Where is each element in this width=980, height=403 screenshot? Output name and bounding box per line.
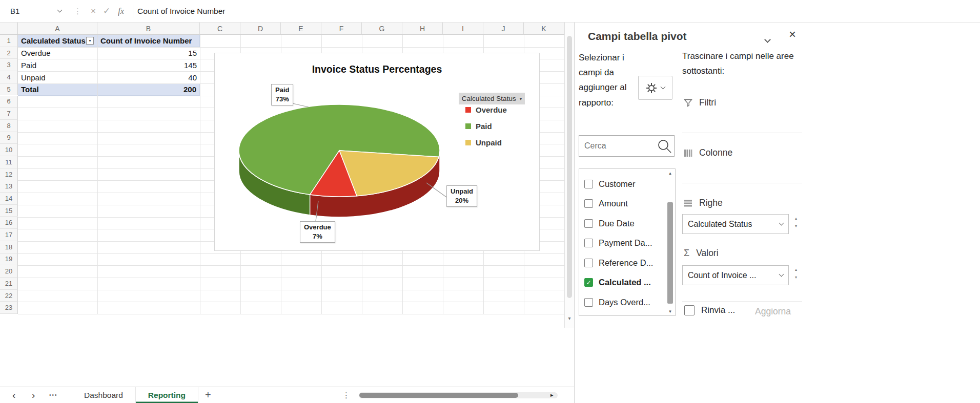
row-header-3[interactable]: 3 bbox=[0, 59, 18, 71]
row-header-11[interactable]: 11 bbox=[0, 156, 18, 168]
legend-item-paid[interactable]: Paid bbox=[465, 122, 492, 130]
row-header-13[interactable]: 13 bbox=[0, 180, 18, 193]
column-header-J[interactable]: J bbox=[483, 23, 524, 35]
column-header-F[interactable]: F bbox=[321, 23, 362, 35]
rows-field-pill[interactable]: Calculated Status bbox=[682, 214, 789, 234]
checkbox[interactable] bbox=[584, 298, 593, 307]
column-header-A[interactable]: A bbox=[18, 23, 97, 35]
new-sheet-button[interactable]: + bbox=[205, 387, 211, 403]
column-header-K[interactable]: K bbox=[524, 23, 564, 35]
column-header-I[interactable]: I bbox=[443, 23, 483, 35]
more-sheets-icon[interactable]: ••• bbox=[49, 387, 58, 403]
column-header-B[interactable]: B bbox=[97, 23, 200, 35]
values-field-pill[interactable]: Count of Invoice ... bbox=[682, 265, 789, 285]
column-header-D[interactable]: D bbox=[240, 23, 281, 35]
columns-drop-area[interactable] bbox=[682, 162, 802, 183]
checkbox[interactable] bbox=[584, 180, 593, 188]
field-list-scrollbar-thumb[interactable] bbox=[667, 202, 673, 304]
search-box[interactable] bbox=[579, 135, 675, 157]
tools-button[interactable] bbox=[638, 76, 672, 100]
checkbox[interactable] bbox=[584, 219, 593, 228]
row-header-8[interactable]: 8 bbox=[0, 120, 18, 132]
search-input[interactable] bbox=[579, 141, 656, 151]
next-sheet-button[interactable]: › bbox=[32, 387, 35, 403]
cell-A5[interactable]: Total bbox=[18, 83, 97, 96]
scroll-up-icon[interactable]: ▴ bbox=[666, 171, 674, 176]
insert-function-icon[interactable]: fx bbox=[113, 7, 129, 16]
row-header-7[interactable]: 7 bbox=[0, 108, 18, 120]
cell-A2[interactable]: Overdue bbox=[18, 47, 97, 59]
enter-icon[interactable]: ✓ bbox=[100, 6, 113, 16]
scroll-down-icon[interactable]: ▾ bbox=[565, 315, 574, 321]
chevron-down-icon[interactable] bbox=[765, 35, 770, 44]
legend-item-unpaid[interactable]: Unpaid bbox=[465, 138, 502, 146]
field-item-customer[interactable]: Customer bbox=[579, 174, 675, 194]
row-header-12[interactable]: 12 bbox=[0, 168, 18, 181]
row-header-10[interactable]: 10 bbox=[0, 144, 18, 156]
row-header-23[interactable]: 23 bbox=[0, 302, 18, 314]
column-header-E[interactable]: E bbox=[281, 23, 321, 35]
cell-B1[interactable]: Count of Invoice Number bbox=[97, 35, 200, 47]
column-header-C[interactable]: C bbox=[200, 23, 240, 35]
column-header-H[interactable]: H bbox=[402, 23, 443, 35]
pie-chart[interactable]: Invoice Status Percentages Paid 73% Unpa… bbox=[214, 53, 540, 251]
row-header-19[interactable]: 19 bbox=[0, 253, 18, 266]
chart-field-filter-button[interactable]: Calculated Status ▾ bbox=[459, 93, 525, 104]
rows-spin-up-icon[interactable]: ▴ bbox=[793, 216, 799, 221]
chevron-down-icon[interactable] bbox=[779, 272, 784, 277]
kebab-icon[interactable]: ⋮ bbox=[342, 387, 350, 403]
cell-B4[interactable]: 40 bbox=[97, 71, 200, 83]
chevron-down-icon[interactable] bbox=[57, 8, 63, 13]
row-header-18[interactable]: 18 bbox=[0, 241, 18, 253]
row-header-22[interactable]: 22 bbox=[0, 290, 18, 302]
row-header-16[interactable]: 16 bbox=[0, 217, 18, 229]
cell-A1[interactable]: Calculated Status▾ bbox=[18, 35, 97, 47]
filters-drop-area[interactable] bbox=[682, 112, 802, 133]
row-header-1[interactable]: 1 bbox=[0, 35, 18, 47]
rows-spin-down-icon[interactable]: ▾ bbox=[793, 224, 799, 228]
row-header-17[interactable]: 17 bbox=[0, 229, 18, 241]
column-header-G[interactable]: G bbox=[362, 23, 402, 35]
checked-checkbox[interactable]: ✓ bbox=[584, 278, 593, 287]
defer-checkbox[interactable] bbox=[684, 305, 695, 315]
legend-item-overdue[interactable]: Overdue bbox=[465, 105, 507, 114]
row-header-14[interactable]: 14 bbox=[0, 193, 18, 205]
cancel-icon[interactable]: × bbox=[87, 6, 100, 16]
vertical-scrollbar-thumb[interactable] bbox=[567, 36, 572, 298]
field-item-calculated[interactable]: ✓Calculated ... bbox=[579, 273, 675, 293]
sheet-tab-dashboard[interactable]: Dashboard bbox=[72, 387, 136, 403]
field-item-reference-d[interactable]: Reference D... bbox=[579, 253, 675, 273]
select-all-corner[interactable] bbox=[0, 23, 18, 35]
cell-B5[interactable]: 200 bbox=[97, 83, 200, 96]
cell-A4[interactable]: Unpaid bbox=[18, 71, 97, 83]
chevron-down-icon[interactable] bbox=[779, 221, 784, 226]
checkbox[interactable] bbox=[584, 259, 593, 267]
autofilter-button[interactable]: ▾ bbox=[86, 37, 94, 45]
search-icon[interactable] bbox=[656, 138, 672, 154]
row-header-15[interactable]: 15 bbox=[0, 205, 18, 217]
row-header-2[interactable]: 2 bbox=[0, 47, 18, 59]
horizontal-scrollbar[interactable] bbox=[359, 392, 558, 398]
row-header-5[interactable]: 5 bbox=[0, 83, 18, 96]
update-button[interactable]: Aggiorna bbox=[755, 306, 791, 317]
scroll-down-icon[interactable]: ▾ bbox=[666, 309, 674, 314]
values-spin-up-icon[interactable]: ▴ bbox=[793, 267, 799, 272]
checkbox[interactable] bbox=[584, 199, 593, 208]
field-item-due-date[interactable]: Due Date bbox=[579, 214, 675, 234]
row-header-9[interactable]: 9 bbox=[0, 132, 18, 144]
sheet-tab-reporting[interactable]: Reporting bbox=[136, 387, 198, 403]
horizontal-scrollbar-thumb[interactable] bbox=[359, 393, 518, 398]
formula-input[interactable]: Count of Invoice Number bbox=[137, 7, 225, 16]
row-header-6[interactable]: 6 bbox=[0, 96, 18, 108]
prev-sheet-button[interactable]: ‹ bbox=[12, 387, 15, 403]
vertical-scrollbar[interactable]: ▾ bbox=[564, 23, 574, 328]
close-icon[interactable]: × bbox=[789, 27, 796, 41]
field-item-days-overd[interactable]: Days Overd... bbox=[579, 292, 675, 312]
name-box[interactable]: B1 bbox=[4, 4, 67, 19]
cell-B3[interactable]: 145 bbox=[97, 59, 200, 71]
field-list-scrollbar[interactable]: ▴ ▾ bbox=[666, 171, 674, 314]
row-header-20[interactable]: 20 bbox=[0, 265, 18, 278]
row-header-4[interactable]: 4 bbox=[0, 71, 18, 83]
row-header-21[interactable]: 21 bbox=[0, 278, 18, 290]
field-item-amount[interactable]: Amount bbox=[579, 194, 675, 214]
